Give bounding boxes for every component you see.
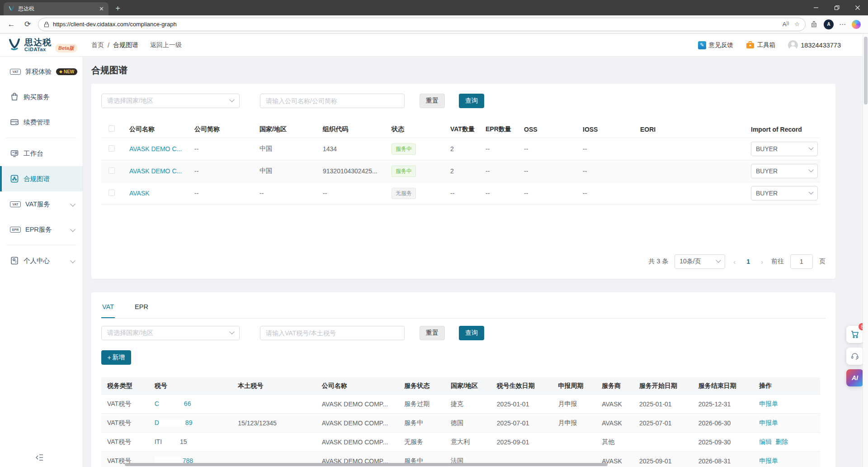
feedback-button[interactable]: ✎ 意见反馈 xyxy=(698,41,733,49)
declaration-link[interactable]: 申报单 xyxy=(759,419,778,426)
scrollbar-thumb[interactable] xyxy=(864,37,868,105)
declaration-link[interactable]: 申报单 xyxy=(759,457,778,464)
browser-tab[interactable]: 思达税 ✕ xyxy=(4,2,108,15)
back-to-previous-link[interactable]: 返回上一级 xyxy=(150,41,182,49)
add-button[interactable]: + 新增 xyxy=(101,350,131,365)
sidebar-item-personal-center[interactable]: 个人中心 xyxy=(0,248,83,273)
col-header: 服务开始日期 xyxy=(636,382,695,390)
delete-link[interactable]: 删除 xyxy=(775,438,788,445)
country-select-placeholder: 请选择国家/地区 xyxy=(107,329,153,337)
chevron-down-icon xyxy=(808,190,813,195)
tab-epr[interactable]: EPR xyxy=(134,302,149,318)
window-close-button[interactable] xyxy=(847,0,868,15)
account-menu[interactable]: 18324433773 xyxy=(788,40,841,50)
reset-button[interactable]: 重置 xyxy=(420,326,445,340)
declaration-link[interactable]: 申报单 xyxy=(759,400,778,407)
country-select[interactable]: 请选择国家/地区 xyxy=(101,326,240,340)
edit-link[interactable]: 编辑 xyxy=(759,438,772,445)
ai-assistant-button[interactable]: AI xyxy=(846,369,863,386)
app-header: 思达税 CiDATax Beta版 首页 / 合规图谱 返回上一级 ✎ 意见反馈… xyxy=(0,34,868,57)
col-header: EPR数量 xyxy=(482,125,520,133)
search-button[interactable]: 查询 xyxy=(459,94,484,108)
sidebar-item-workbench[interactable]: 工作台 xyxy=(0,141,83,166)
table-row: AVASK -- -- -- 无服务 -- -- -- -- BUYER xyxy=(101,182,820,205)
breadcrumb-separator: / xyxy=(108,42,109,49)
col-header: Import of Record xyxy=(747,126,820,133)
back-icon[interactable]: ← xyxy=(5,20,17,29)
cart-button[interactable]: 8 xyxy=(846,326,863,343)
card-icon xyxy=(10,118,19,127)
vertical-scrollbar[interactable] xyxy=(863,34,868,467)
company-link[interactable]: AVASK DEMO C... xyxy=(129,167,182,175)
tax-number-link[interactable]: D89 xyxy=(155,419,193,426)
company-link[interactable]: AVASK DEMO C... xyxy=(129,145,182,152)
sidebar-item-purchase[interactable]: 购买服务 xyxy=(0,84,83,110)
tax-section-card: VAT EPR 请选择国家/地区 重置 查询 + 新增 税务类型 税号 本土税号… xyxy=(91,292,835,467)
extension-icon[interactable]: A xyxy=(824,19,834,29)
col-header: OSS xyxy=(520,126,579,133)
import-of-record-select[interactable]: BUYER xyxy=(751,186,818,200)
tab-vat[interactable]: VAT xyxy=(101,302,115,318)
company-link[interactable]: AVASK xyxy=(129,190,150,197)
account-phone: 18324433773 xyxy=(801,42,841,49)
new-tab-button[interactable]: ＋ xyxy=(114,3,122,15)
vat-icon: VAT xyxy=(10,69,21,75)
sidebar-item-renewal[interactable]: 续费管理 xyxy=(0,110,83,135)
sidebar-item-vat-service[interactable]: VAT VAT服务 xyxy=(0,191,83,217)
chevron-down-icon xyxy=(229,97,234,102)
import-of-record-select[interactable]: BUYER xyxy=(751,164,818,178)
table-row: AVASK DEMO C... -- 中国 1434 服务中 2 -- -- -… xyxy=(101,138,820,160)
tax-number-link[interactable]: C66 xyxy=(155,400,191,407)
settings-more-icon[interactable]: ⋯ xyxy=(839,20,846,29)
tab-close-icon[interactable]: ✕ xyxy=(99,5,104,12)
next-page-button[interactable]: › xyxy=(759,258,765,266)
sidebar-item-tax-trial[interactable]: VAT 算税体验 ◆NEW xyxy=(0,59,83,84)
country-select[interactable]: 请选择国家/地区 xyxy=(101,94,240,108)
col-header: 国家/地区 xyxy=(256,125,319,133)
company-keyword-input[interactable] xyxy=(260,94,405,108)
sidebar-collapse-button[interactable] xyxy=(35,454,43,462)
col-header: 申报周期 xyxy=(554,382,598,390)
import-of-record-select[interactable]: BUYER xyxy=(751,142,818,156)
chevron-down-icon xyxy=(716,258,721,263)
favorite-star-icon[interactable]: ☆ xyxy=(794,21,800,28)
row-checkbox[interactable] xyxy=(108,190,115,196)
page-size-select[interactable]: 10条/页 xyxy=(675,254,725,269)
prev-page-button[interactable]: ‹ xyxy=(731,258,737,266)
cart-icon xyxy=(850,330,859,339)
sidebar-item-epr-service[interactable]: EPR EPR服务 xyxy=(0,217,83,242)
refresh-icon[interactable]: ⟳ xyxy=(22,19,33,29)
window-restore-button[interactable] xyxy=(826,0,847,15)
sidebar-item-label: EPR服务 xyxy=(25,225,52,234)
address-bar[interactable]: https://client-dev.cidatax.com/complianc… xyxy=(38,18,806,31)
copilot-icon[interactable] xyxy=(852,20,861,29)
redaction xyxy=(159,400,184,408)
chevron-down-icon xyxy=(70,201,75,206)
collections-icon[interactable] xyxy=(810,21,818,28)
row-checkbox[interactable] xyxy=(108,145,115,152)
select-all-checkbox[interactable] xyxy=(108,125,115,132)
window-minimize-button[interactable] xyxy=(806,0,826,15)
tax-table: 税务类型 税号 本土税号 公司名称 服务状态 国家/地区 税号生效日期 申报周期… xyxy=(101,377,820,467)
sidebar-item-compliance-graph[interactable]: 合规图谱 xyxy=(0,166,83,191)
toolbox-button[interactable]: 工具箱 xyxy=(746,41,776,49)
support-button[interactable] xyxy=(846,348,863,365)
table-row: AVASK DEMO C... -- 中国 91320104302425... … xyxy=(101,160,820,182)
url-text[interactable]: https://client-dev.cidatax.com/complianc… xyxy=(53,21,779,28)
tax-tabs: VAT EPR xyxy=(101,302,826,319)
browser-toolbar: ← ⟳ https://client-dev.cidatax.com/compl… xyxy=(0,15,868,33)
breadcrumb-home[interactable]: 首页 xyxy=(91,41,104,49)
goto-page-input[interactable] xyxy=(790,254,813,269)
status-badge: 服务中 xyxy=(392,143,416,155)
col-header: 状态 xyxy=(388,125,447,133)
tax-number-input[interactable] xyxy=(260,326,405,340)
horizontal-scrollbar-thumb[interactable] xyxy=(125,463,608,466)
feedback-icon: ✎ xyxy=(698,41,706,49)
row-checkbox[interactable] xyxy=(108,167,115,174)
browser-titlebar: 思达税 ✕ ＋ xyxy=(0,0,868,15)
read-aloud-icon[interactable]: A xyxy=(783,21,789,28)
search-button[interactable]: 查询 xyxy=(459,326,484,340)
app-logo[interactable]: 思达税 CiDATax Beta版 xyxy=(0,38,83,52)
reset-button[interactable]: 重置 xyxy=(420,94,445,108)
page-number[interactable]: 1 xyxy=(744,258,753,265)
